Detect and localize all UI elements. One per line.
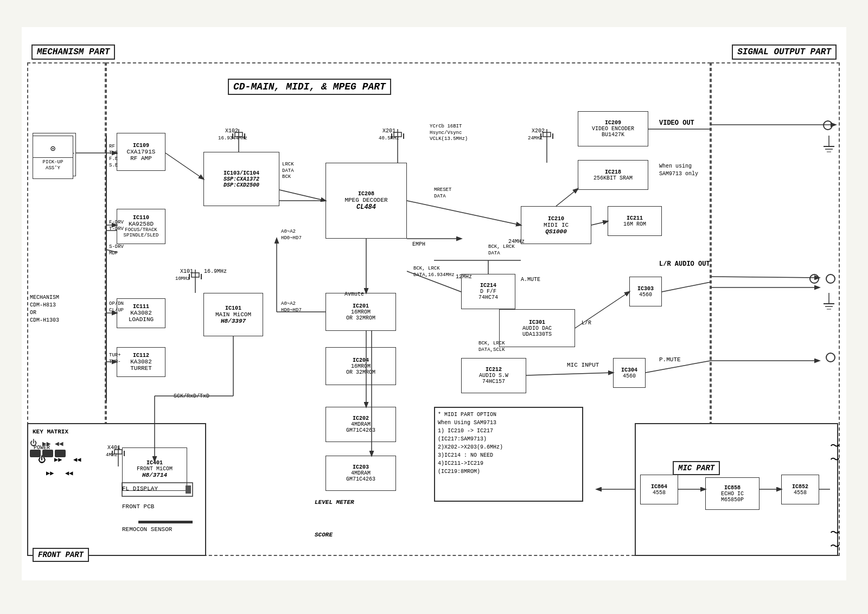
ic112-box: IC112 KA3082 TURRET: [117, 347, 165, 377]
score-label: SCORE: [315, 532, 333, 538]
level-meter-label: LEVEL METER: [315, 499, 354, 506]
ic109-id: IC109: [133, 143, 149, 149]
ic301-id: IC301: [529, 319, 545, 325]
ic858-desc: M65850P: [721, 497, 744, 503]
12mhz-label: 12MHz: [456, 274, 472, 280]
ic210-id: IC210: [548, 216, 564, 222]
x202-freq: 24MHZ: [528, 136, 542, 141]
ic303-name: 4560: [639, 292, 652, 298]
ic203-box: IC203 4MDRAM GM71C4263: [326, 456, 396, 491]
ic858-id: IC858: [724, 485, 741, 491]
x102-freq: 16.9344MHz: [218, 136, 247, 141]
ic212-box: IC212 AUDIO S.W 74HC157: [461, 358, 526, 393]
ic214-name: D F/F: [480, 289, 496, 295]
mreset-data: MRESET DATA: [434, 187, 451, 200]
avmute-label: Avmute: [344, 291, 364, 297]
ic858-name: ECHO IC: [721, 491, 744, 497]
x201-freq: 40.5MHz: [379, 136, 399, 141]
ic211-name: 16M ROM: [623, 221, 646, 227]
24mhz-label: 24MHz: [508, 239, 525, 245]
key-matrix-label: KEY MATRIX: [33, 428, 68, 435]
ic303-id: IC303: [637, 286, 654, 292]
ic103-dsp: DSP:CXD2500: [224, 182, 259, 188]
ic110-desc: FOCUS/TRACK: [125, 227, 157, 233]
ic201-desc: OR 32MROM: [346, 315, 375, 321]
ic401-box: IC401 FRONT MiCOM H8/3714: [122, 447, 187, 491]
bck-lrck-data-sclk: BCK, LRCK DATA,SCLK: [478, 341, 505, 353]
ic852-box: IC852 4558: [781, 475, 819, 504]
ic101-id: IC101: [225, 305, 241, 311]
ic214-id: IC214: [480, 283, 496, 289]
ic203-name: 4MDRAM: [351, 470, 371, 476]
ic304-name: 4560: [623, 373, 636, 379]
ic112-name: KA3082: [130, 359, 152, 365]
when-using-label: When using SAM9713 only: [659, 163, 698, 178]
sck-rxd-txd: SCK/RxD/TxD: [174, 393, 209, 399]
op-dn-cl-up: OP/DN CL/UP: [109, 301, 124, 314]
mechanism-label: MECHANISM CDM-H813 OR CDM-H1303: [30, 294, 59, 324]
bck-lrck-data-2: BCK, LRCK DATA: [488, 244, 515, 257]
ic208-desc: CL484: [356, 203, 376, 211]
mechanism-part-label: MECHANISM PART: [31, 44, 115, 60]
ic303-box: IC303 4560: [629, 277, 662, 306]
ic204-box: IC204 16MROM OR 32MROM: [326, 347, 396, 385]
ic401-id: IC401: [146, 460, 163, 466]
tur-plus-minus: TUR+ TUR-: [109, 353, 121, 365]
mic-conn-2: 〜: [830, 453, 840, 466]
ic864-id: IC864: [651, 484, 667, 490]
mic-input-label: MIC INPUT: [567, 362, 599, 368]
ic209-desc: BU1427K: [602, 132, 624, 138]
ycrcb-label: YCrCb 16BIT Hsync/Vsync VCLK(13.5MHz): [430, 124, 468, 143]
ic858-box: IC858 ECHO IC M65850P: [705, 477, 760, 510]
ic210-box: IC210 MIDI IC QS1000: [521, 206, 591, 244]
f-drv-t-drv: F-DRV T-DRV: [109, 220, 124, 232]
ic212-desc: 74HC157: [482, 379, 505, 385]
ic218-id: IC218: [605, 169, 621, 175]
ic112-desc: TURRET: [130, 365, 152, 372]
x101-freq: 10MHz: [175, 276, 190, 282]
lr-audio-out-label: L/R AUDIO OUT: [659, 260, 710, 268]
ic210-name: MIDI IC: [544, 222, 569, 228]
ic401-name: FRONT MiCOM: [137, 466, 173, 472]
front-pcb-label: FRONT PCB: [122, 503, 154, 510]
ic110-desc2: SPINDLE/SLED: [124, 233, 159, 238]
ic212-name: AUDIO S.W: [479, 373, 508, 379]
x201-label: X201: [382, 128, 395, 134]
diagram-container: MECHANISM PART SIGNAL OUTPUT PART CD-MAI…: [22, 27, 846, 580]
ic109-name: CXA1791S: [127, 149, 156, 155]
ic214-desc: 74HC74: [478, 295, 498, 300]
midi-option-text: * MIDI PART OPTION When Using SAM9713 1)…: [438, 411, 579, 476]
ic208-name: MPEG DECODER: [344, 197, 387, 203]
video-out-connector: [823, 120, 833, 130]
x202-label: X202: [532, 128, 545, 134]
ic103-name: SSP:CXA1372: [224, 176, 259, 182]
p-mute-label: P.MUTE: [659, 356, 681, 363]
midi-option-box: * MIDI PART OPTION When Using SAM9713 1)…: [434, 407, 583, 502]
emph-label: EMPH: [412, 241, 425, 247]
x102-label: X102: [225, 128, 238, 134]
ic218-name: 256KBIT SRAM: [593, 175, 633, 181]
s-drv-mdp: S-DRV MDP: [109, 244, 124, 257]
ic111-id: IC111: [133, 304, 149, 310]
ic110-box: IC110 KA9258D FOCUS/TRACK SPINDLE/SLED: [117, 209, 165, 244]
ic103-box: IC103/IC104 SSP:CXA1372 DSP:CXD2500: [203, 152, 279, 206]
lr-label: L/R: [582, 320, 591, 326]
ic109-desc: RF AMP: [130, 155, 152, 162]
ic211-box: IC211 16M ROM: [608, 206, 662, 236]
lrck-data-bck-label: LRCK DATA BCK: [282, 162, 294, 181]
fl-display-label: FL DISPLAY: [122, 485, 158, 492]
ic864-name: 4558: [653, 490, 666, 496]
ic110-name: KA9258D: [129, 221, 154, 227]
ic304-box: IC304 4560: [613, 358, 646, 388]
ic211-id: IC211: [627, 215, 643, 221]
rew-button2: ◀◀: [65, 469, 73, 477]
ic111-desc: LOADING: [129, 316, 154, 323]
ic202-id: IC202: [353, 415, 369, 421]
ic112-id: IC112: [133, 353, 149, 359]
ic201-name: 16MROM: [351, 309, 371, 315]
mechanism-inner-box: [106, 136, 108, 401]
ic852-name: 4558: [794, 490, 807, 496]
ic209-id: IC209: [605, 120, 621, 126]
ic209-name: VIDEO ENCODER: [592, 126, 634, 132]
front-part-label: FRONT PART: [33, 548, 89, 562]
